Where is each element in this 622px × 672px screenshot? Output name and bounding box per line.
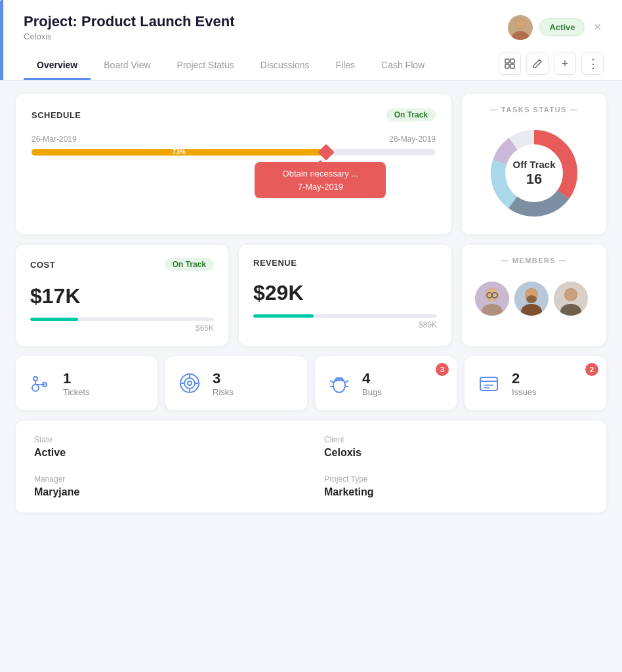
tasks-status-donut: Off Track 16 bbox=[485, 124, 583, 222]
schedule-label: SCHEDULE bbox=[31, 110, 81, 120]
svg-rect-4 bbox=[510, 59, 514, 63]
tickets-label: Tickets bbox=[63, 387, 90, 397]
svg-rect-47 bbox=[480, 377, 497, 390]
schedule-end-date: 28-May-2019 bbox=[389, 135, 436, 144]
tab-discussions[interactable]: Discussions bbox=[247, 52, 323, 80]
svg-point-23 bbox=[526, 295, 537, 303]
schedule-card: SCHEDULE On Track 26-Mar-2019 28-May-201… bbox=[16, 94, 451, 234]
bugs-icon bbox=[325, 369, 353, 397]
svg-point-27 bbox=[565, 289, 577, 301]
info-section: State Active Client Celoxis Manager Mary… bbox=[16, 421, 606, 513]
manager-value: Maryjane bbox=[34, 486, 298, 498]
more-options-button[interactable]: ⋮ bbox=[581, 52, 604, 75]
grid-view-button[interactable] bbox=[499, 52, 521, 75]
bugs-label: Bugs bbox=[362, 387, 382, 397]
client-value: Celoxis bbox=[324, 447, 588, 459]
cost-amount: $17K bbox=[30, 284, 214, 308]
tab-board-view[interactable]: Board View bbox=[91, 52, 163, 80]
issues-stat-card[interactable]: 2 Issues 2 bbox=[465, 356, 606, 410]
revenue-limit: $89K bbox=[253, 320, 437, 329]
tab-overview[interactable]: Overview bbox=[24, 52, 91, 80]
revenue-card: REVENUE $29K $89K bbox=[239, 245, 451, 346]
issues-badge: 2 bbox=[585, 363, 598, 376]
tooltip-date: 7-May-2019 bbox=[264, 180, 377, 194]
cost-progress-track bbox=[30, 318, 214, 321]
client-info: Client Celoxis bbox=[324, 435, 588, 459]
donut-center-number: 16 bbox=[512, 171, 555, 188]
svg-point-1 bbox=[512, 31, 529, 40]
tooltip-task-name: Obtain necessary ... bbox=[264, 167, 377, 180]
revenue-label: REVENUE bbox=[253, 258, 297, 268]
project-type-value: Marketing bbox=[324, 486, 588, 498]
svg-point-34 bbox=[184, 378, 195, 388]
svg-point-46 bbox=[340, 378, 342, 381]
svg-point-2 bbox=[516, 19, 525, 28]
status-badge: Active bbox=[539, 18, 585, 36]
schedule-tooltip: Obtain necessary ... 7-May-2019 bbox=[255, 162, 386, 198]
revenue-progress-fill bbox=[253, 314, 314, 318]
cost-progress-fill bbox=[30, 318, 78, 321]
tasks-status-title: — TASKS STATUS — bbox=[475, 106, 593, 114]
tab-files[interactable]: Files bbox=[322, 52, 368, 80]
schedule-start-date: 26-Mar-2019 bbox=[31, 135, 77, 144]
cost-label: COST bbox=[30, 260, 55, 270]
project-title: Project: Product Launch Event bbox=[24, 13, 235, 30]
tab-project-status[interactable]: Project Status bbox=[164, 52, 247, 80]
project-type-info: Project Type Marketing bbox=[324, 474, 588, 498]
tab-cash-flow[interactable]: Cash Flow bbox=[368, 52, 438, 80]
risks-number: 3 bbox=[213, 370, 234, 387]
cost-limit: $65K bbox=[30, 324, 214, 333]
svg-point-28 bbox=[32, 385, 39, 391]
project-subtitle: Celoxis bbox=[24, 32, 235, 41]
risks-stat-card[interactable]: 3 Risks bbox=[165, 356, 307, 410]
user-avatar[interactable] bbox=[508, 15, 533, 40]
tickets-icon bbox=[26, 369, 54, 397]
manager-info: Manager Maryjane bbox=[34, 474, 298, 498]
svg-point-35 bbox=[188, 381, 192, 385]
bugs-number: 4 bbox=[362, 370, 382, 387]
cost-status-badge: On Track bbox=[165, 258, 214, 271]
revenue-progress-track bbox=[253, 314, 437, 318]
project-type-label: Project Type bbox=[324, 474, 588, 484]
schedule-progress-fill: 73% bbox=[31, 149, 327, 156]
issues-icon bbox=[475, 369, 503, 397]
svg-rect-6 bbox=[510, 64, 514, 68]
svg-line-41 bbox=[330, 381, 333, 383]
risks-label: Risks bbox=[213, 387, 234, 397]
member-avatar-2[interactable] bbox=[514, 282, 549, 316]
members-title: — MEMBERS — bbox=[475, 257, 593, 264]
edit-button[interactable] bbox=[526, 52, 549, 75]
state-info: State Active bbox=[34, 435, 298, 459]
donut-center-label: Off Track bbox=[512, 159, 555, 171]
schedule-progress-track: 73% bbox=[31, 149, 436, 156]
member-avatar-1[interactable] bbox=[475, 282, 509, 316]
state-value: Active bbox=[34, 447, 298, 459]
svg-line-43 bbox=[345, 381, 348, 383]
close-button[interactable]: × bbox=[591, 18, 604, 37]
state-label: State bbox=[34, 435, 298, 444]
bugs-badge: 3 bbox=[436, 363, 449, 376]
client-label: Client bbox=[324, 435, 588, 444]
schedule-status-badge: On Track bbox=[386, 108, 436, 121]
bugs-stat-card[interactable]: 4 Bugs 3 bbox=[315, 356, 457, 410]
svg-point-29 bbox=[33, 377, 37, 381]
members-card: — MEMBERS — bbox=[462, 245, 606, 346]
tickets-stat-card[interactable]: 1 Tickets bbox=[16, 356, 157, 410]
issues-number: 2 bbox=[512, 370, 537, 387]
schedule-progress-text: 73% bbox=[173, 148, 186, 157]
tasks-status-card: — TASKS STATUS — bbox=[462, 94, 606, 234]
manager-label: Manager bbox=[34, 474, 298, 484]
cost-card: COST On Track $17K $65K bbox=[16, 245, 228, 346]
member-avatar-3[interactable] bbox=[554, 282, 588, 316]
svg-point-45 bbox=[336, 378, 339, 381]
tickets-number: 1 bbox=[63, 370, 90, 387]
svg-rect-3 bbox=[505, 59, 509, 63]
svg-rect-5 bbox=[505, 64, 509, 68]
revenue-amount: $29K bbox=[253, 281, 437, 305]
issues-label: Issues bbox=[512, 387, 537, 397]
risks-icon bbox=[176, 369, 203, 397]
add-button[interactable]: + bbox=[554, 52, 576, 75]
